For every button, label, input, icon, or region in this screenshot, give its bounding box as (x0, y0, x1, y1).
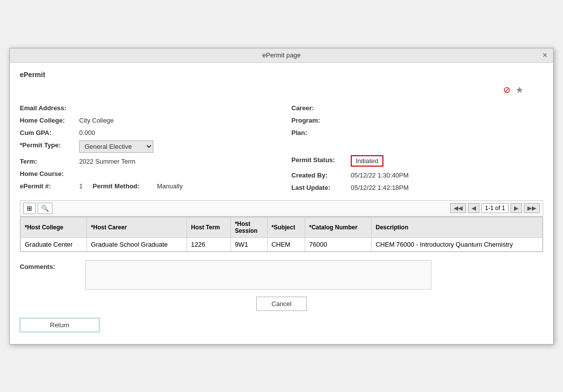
col-host-term: Host Term (187, 217, 231, 237)
toolbar-left: ⊞ 🔍 (23, 203, 52, 214)
col-description: Description (372, 217, 543, 237)
cell-host-session: 9W1 (231, 237, 267, 251)
comments-textarea[interactable] (85, 260, 431, 290)
last-update-value: 05/12/22 1:42:18PM (351, 183, 409, 191)
nav-last-button[interactable]: ▶▶ (524, 203, 540, 213)
modal-body: ePermit ⊘ ★ Email Address: Home College:… (10, 63, 553, 344)
email-row: Email Address: (20, 103, 272, 112)
ban-icon[interactable]: ⊘ (503, 85, 511, 95)
return-button[interactable]: Return (20, 318, 99, 332)
toolbar-right: ◀◀ ◀ 1-1 of 1 ▶ ▶▶ (450, 203, 540, 213)
permit-type-row: *Permit Type: General Elective (20, 140, 272, 153)
cell-host-term: 1226 (187, 237, 231, 251)
search-icon: 🔍 (41, 205, 49, 212)
email-label: Email Address: (20, 103, 79, 112)
col-host-college: *Host College (21, 217, 87, 237)
epermit-num-label: ePermit #: (20, 181, 79, 190)
epermit-num-value: 1 (79, 181, 83, 190)
home-course-label: Home Course: (20, 169, 79, 177)
cum-gpa-label: Cum GPA: (20, 128, 79, 136)
grid-view-button[interactable]: ⊞ (23, 203, 36, 214)
form-left: Email Address: Home College: City Colleg… (20, 103, 272, 195)
grid-icon: ⊞ (27, 205, 32, 212)
created-by-row: Created By: 05/12/22 1:30:40PM (291, 171, 543, 179)
cell-host-college: Graduate Center (21, 237, 87, 251)
col-host-session: *HostSession (231, 217, 267, 237)
col-subject: *Subject (267, 217, 305, 237)
data-table: *Host College *Host Career Host Term *Ho… (20, 217, 543, 252)
page-indicator: 1-1 of 1 (481, 203, 509, 213)
cell-description: CHEM 76000 - Introductory Quantum Chemis… (372, 237, 543, 251)
table-header-row: *Host College *Host Career Host Term *Ho… (21, 217, 543, 237)
created-by-label: Created By: (291, 171, 351, 179)
table-toolbar: ⊞ 🔍 ◀◀ ◀ 1-1 of 1 ▶ ▶▶ (20, 200, 543, 217)
epermit-heading: ePermit (20, 71, 543, 79)
permit-type-select[interactable]: General Elective (79, 140, 153, 153)
program-row: Program: (291, 116, 543, 124)
comments-row: Comments: (20, 260, 543, 290)
action-row: Cancel (20, 297, 543, 311)
search-button[interactable]: 🔍 (38, 203, 52, 214)
action-icons: ⊘ ★ (20, 85, 543, 95)
home-college-label: Home College: (20, 116, 79, 124)
permit-type-label: *Permit Type: (20, 140, 79, 149)
term-label: Term: (20, 157, 79, 165)
table-wrapper: *Host College *Host Career Host Term *Ho… (20, 217, 543, 252)
permit-method-label: Permit Method: (93, 181, 157, 190)
cell-subject: CHEM (267, 237, 305, 251)
col-catalog-number: *Catalog Number (305, 217, 371, 237)
plan-label: Plan: (291, 128, 351, 136)
term-value: 2022 Summer Term (79, 157, 136, 165)
cell-host-career: Graduate School Graduate (87, 237, 187, 251)
permit-status-value: Initiated (351, 155, 383, 167)
footer-row: Return (20, 318, 543, 336)
program-label: Program: (291, 116, 351, 124)
career-label: Career: (291, 103, 351, 112)
home-course-row: Home Course: (20, 169, 272, 177)
modal-title: ePermit page (193, 51, 370, 59)
last-update-label: Last Update: (291, 183, 351, 191)
last-update-row: Last Update: 05/12/22 1:42:18PM (291, 183, 543, 191)
form-section: Email Address: Home College: City Colleg… (20, 103, 543, 195)
term-row: Term: 2022 Summer Term (20, 157, 272, 165)
comments-section: Comments: (20, 260, 543, 290)
cum-gpa-row: Cum GPA: 0.000 (20, 128, 272, 136)
cell-catalog-number: 76000 (305, 237, 371, 251)
permit-status-label: Permit Status: (291, 155, 351, 164)
cancel-button[interactable]: Cancel (256, 297, 307, 311)
modal-window: ePermit page × ePermit ⊘ ★ Email Address… (9, 48, 554, 345)
star-icon[interactable]: ★ (516, 85, 523, 95)
nav-prev-button[interactable]: ◀ (468, 203, 479, 213)
col-host-career: *Host Career (87, 217, 187, 237)
modal-header: ePermit page × (10, 48, 553, 63)
epermit-num-row: ePermit #: 1 Permit Method: Manually (20, 181, 272, 190)
home-college-value: City College (79, 116, 114, 124)
nav-next-button[interactable]: ▶ (511, 203, 522, 213)
career-row: Career: (291, 103, 543, 112)
nav-first-button[interactable]: ◀◀ (450, 203, 466, 213)
table-row: Graduate Center Graduate School Graduate… (21, 237, 543, 251)
permit-method-value: Manually (157, 181, 183, 190)
comments-label: Comments: (20, 260, 79, 270)
close-button[interactable]: × (543, 51, 547, 59)
cum-gpa-value: 0.000 (79, 128, 95, 136)
permit-status-row: Permit Status: Initiated (291, 155, 543, 167)
created-by-value: 05/12/22 1:30:40PM (351, 171, 409, 179)
plan-row: Plan: (291, 128, 543, 136)
form-right: Career: Program: Plan: Permit Status: In… (291, 103, 543, 195)
home-college-row: Home College: City College (20, 116, 272, 124)
